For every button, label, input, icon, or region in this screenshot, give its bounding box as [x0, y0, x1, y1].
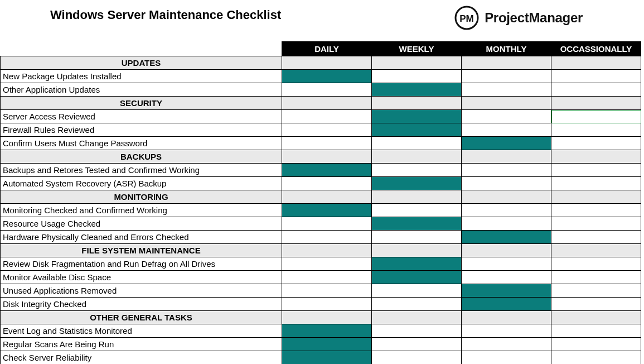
section-freq-cell[interactable] — [372, 190, 462, 204]
freq-cell[interactable] — [551, 204, 641, 217]
freq-cell[interactable] — [282, 123, 372, 137]
freq-cell[interactable] — [372, 284, 462, 298]
section-freq-cell[interactable] — [372, 244, 462, 257]
freq-cell[interactable] — [551, 217, 641, 231]
section-freq-cell[interactable] — [551, 56, 641, 70]
freq-cell[interactable] — [372, 257, 462, 271]
task-label[interactable]: Other Application Updates — [1, 83, 282, 97]
freq-cell[interactable] — [372, 217, 462, 231]
freq-cell[interactable] — [372, 137, 462, 150]
freq-cell[interactable] — [551, 177, 641, 190]
freq-cell[interactable] — [282, 110, 372, 123]
freq-cell[interactable] — [282, 177, 372, 190]
freq-cell[interactable] — [282, 83, 372, 97]
freq-cell[interactable] — [462, 284, 551, 298]
section-freq-cell[interactable] — [372, 97, 462, 110]
freq-cell[interactable] — [372, 123, 462, 137]
freq-cell[interactable] — [372, 70, 462, 83]
task-label[interactable]: Event Log and Statistics Monitored — [1, 324, 282, 338]
freq-cell[interactable] — [282, 351, 372, 365]
freq-cell[interactable] — [462, 271, 551, 284]
freq-cell[interactable] — [372, 231, 462, 244]
section-freq-cell[interactable] — [372, 150, 462, 164]
section-freq-cell[interactable] — [551, 190, 641, 204]
freq-cell[interactable] — [282, 204, 372, 217]
freq-cell[interactable] — [462, 83, 551, 97]
freq-cell[interactable] — [282, 231, 372, 244]
freq-cell[interactable] — [551, 298, 641, 311]
freq-cell[interactable] — [282, 217, 372, 231]
section-freq-cell[interactable] — [551, 244, 641, 257]
task-label[interactable]: Monitor Available Disc Space — [1, 271, 282, 284]
section-freq-cell[interactable] — [551, 150, 641, 164]
freq-cell[interactable] — [551, 110, 641, 123]
freq-cell[interactable] — [551, 83, 641, 97]
freq-cell[interactable] — [372, 298, 462, 311]
section-freq-cell[interactable] — [462, 244, 551, 257]
col-header-daily[interactable]: DAILY — [282, 42, 372, 56]
section-freq-cell[interactable] — [282, 311, 372, 324]
section-freq-cell[interactable] — [282, 97, 372, 110]
section-freq-cell[interactable] — [551, 311, 641, 324]
freq-cell[interactable] — [462, 351, 551, 365]
freq-cell[interactable] — [551, 271, 641, 284]
freq-cell[interactable] — [462, 110, 551, 123]
freq-cell[interactable] — [462, 298, 551, 311]
freq-cell[interactable] — [462, 70, 551, 83]
freq-cell[interactable] — [462, 231, 551, 244]
section-freq-cell[interactable] — [282, 56, 372, 70]
freq-cell[interactable] — [462, 257, 551, 271]
freq-cell[interactable] — [282, 164, 372, 177]
freq-cell[interactable] — [462, 324, 551, 338]
task-label[interactable]: Review Disk Fragmentation and Run Defrag… — [1, 257, 282, 271]
freq-cell[interactable] — [551, 123, 641, 137]
freq-cell[interactable] — [462, 338, 551, 351]
task-label[interactable]: Hardware Physically Cleaned and Errors C… — [1, 231, 282, 244]
task-label[interactable]: Resource Usage Checked — [1, 217, 282, 231]
freq-cell[interactable] — [372, 204, 462, 217]
col-header-occasionally[interactable]: OCCASSIONALLY — [551, 42, 641, 56]
task-label[interactable]: Regular Scans Are Being Run — [1, 338, 282, 351]
freq-cell[interactable] — [372, 338, 462, 351]
freq-cell[interactable] — [282, 257, 372, 271]
freq-cell[interactable] — [551, 351, 641, 365]
task-label[interactable]: Check Server Reliability — [1, 351, 282, 365]
freq-cell[interactable] — [551, 257, 641, 271]
task-label[interactable]: New Package Updates Installed — [1, 70, 282, 83]
freq-cell[interactable] — [372, 164, 462, 177]
section-freq-cell[interactable] — [462, 150, 551, 164]
task-label[interactable]: Confirm Users Must Change Password — [1, 137, 282, 150]
freq-cell[interactable] — [551, 338, 641, 351]
task-label[interactable]: Disk Integrity Checked — [1, 298, 282, 311]
freq-cell[interactable] — [462, 217, 551, 231]
freq-cell[interactable] — [551, 324, 641, 338]
freq-cell[interactable] — [372, 351, 462, 365]
section-freq-cell[interactable] — [462, 56, 551, 70]
freq-cell[interactable] — [551, 70, 641, 83]
task-label[interactable]: Firewall Rules Reviewed — [1, 123, 282, 137]
freq-cell[interactable] — [372, 271, 462, 284]
freq-cell[interactable] — [282, 338, 372, 351]
freq-cell[interactable] — [282, 298, 372, 311]
freq-cell[interactable] — [282, 137, 372, 150]
freq-cell[interactable] — [462, 177, 551, 190]
task-label[interactable]: Backups and Retores Tested and Confirmed… — [1, 164, 282, 177]
freq-cell[interactable] — [462, 137, 551, 150]
freq-cell[interactable] — [551, 164, 641, 177]
task-label[interactable]: Server Access Reviewed — [1, 110, 282, 123]
freq-cell[interactable] — [372, 177, 462, 190]
section-freq-cell[interactable] — [372, 311, 462, 324]
col-header-weekly[interactable]: WEEKLY — [372, 42, 462, 56]
freq-cell[interactable] — [282, 271, 372, 284]
col-header-monthly[interactable]: MONTHLY — [462, 42, 551, 56]
section-freq-cell[interactable] — [282, 190, 372, 204]
task-label[interactable]: Unused Applications Removed — [1, 284, 282, 298]
freq-cell[interactable] — [282, 70, 372, 83]
freq-cell[interactable] — [372, 324, 462, 338]
section-freq-cell[interactable] — [462, 190, 551, 204]
freq-cell[interactable] — [462, 204, 551, 217]
freq-cell[interactable] — [282, 284, 372, 298]
section-freq-cell[interactable] — [372, 56, 462, 70]
section-freq-cell[interactable] — [551, 97, 641, 110]
section-freq-cell[interactable] — [282, 244, 372, 257]
